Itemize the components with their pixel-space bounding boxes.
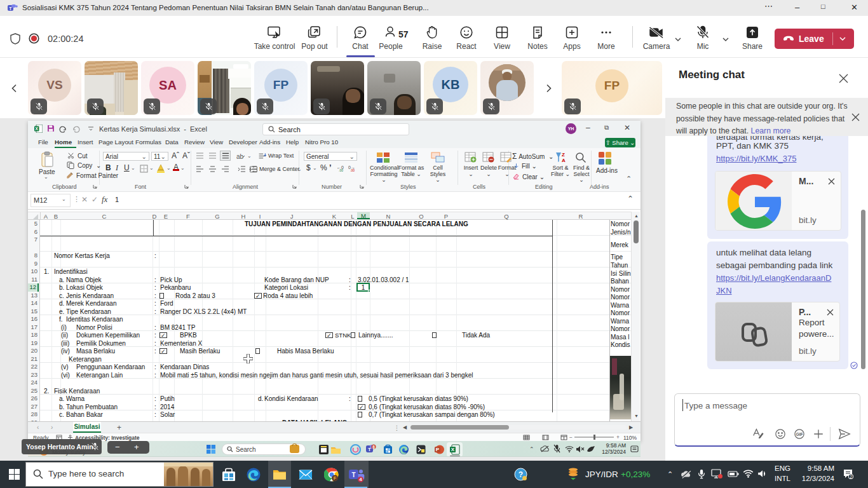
svg-text:F: F — [334, 475, 337, 481]
svg-text:ab: ab — [236, 153, 244, 160]
svg-text:8: 8 — [372, 445, 375, 449]
svg-text:T: T — [9, 6, 12, 11]
svg-text:P: P — [436, 447, 440, 452]
svg-text:.00: .00 — [350, 168, 355, 172]
svg-text:A: A — [562, 158, 566, 163]
svg-text:T: T — [351, 471, 355, 478]
svg-text:GIF: GIF — [796, 432, 803, 437]
svg-text:T: T — [368, 447, 371, 452]
svg-text:.00: .00 — [339, 168, 343, 172]
svg-text:X: X — [35, 126, 38, 131]
svg-text:4: 4 — [359, 477, 362, 482]
svg-text:2: 2 — [850, 475, 852, 479]
svg-text:Z: Z — [562, 152, 565, 158]
svg-text:X: X — [451, 447, 455, 452]
